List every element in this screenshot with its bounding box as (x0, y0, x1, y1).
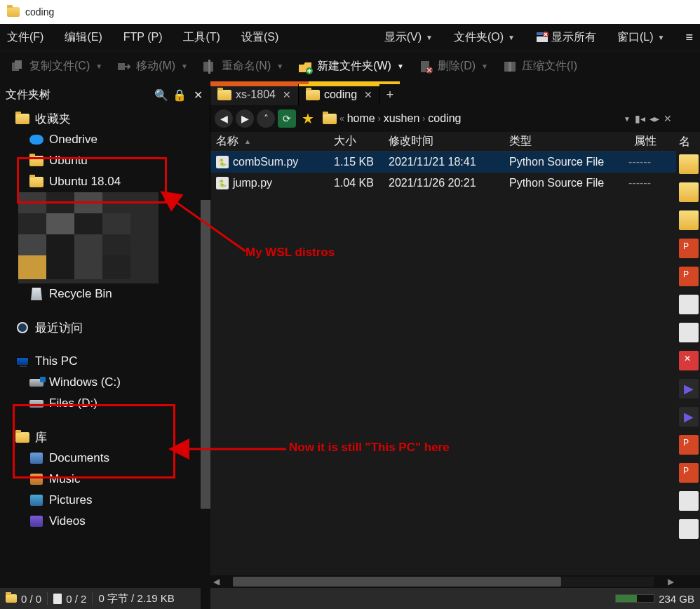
doc-file-icon[interactable] (679, 519, 699, 539)
folder-tree-panel: 文件夹树 🔍 🔒 ✕ 收藏夹 Onedrive Ubuntu Ubuntu 18… (0, 84, 210, 588)
path-dropdown-icon[interactable]: ▼ (624, 115, 631, 123)
refresh-button[interactable]: ⟳ (278, 109, 296, 128)
sidebar-scrollbar[interactable] (201, 200, 210, 609)
close-path-icon[interactable]: ✕ (664, 113, 672, 124)
tree-lib-music[interactable]: Music (0, 469, 210, 490)
col-name[interactable]: 名称▲ (210, 134, 328, 149)
rename-icon (202, 59, 217, 74)
video-file-icon[interactable]: ▶ (679, 379, 699, 399)
archive-icon (502, 59, 518, 74)
folder-icon (306, 90, 320, 100)
new-folder-icon (297, 59, 313, 74)
window-title: coding (25, 6, 54, 18)
doc-file-icon[interactable] (679, 323, 699, 342)
close-icon[interactable]: ✕ (191, 88, 204, 101)
menu-ftp[interactable]: FTP (P) (119, 28, 167, 46)
menu-edit[interactable]: 编辑(E) (60, 27, 106, 48)
folder-icon (15, 114, 29, 124)
video-file-icon[interactable]: ▶ (679, 407, 699, 427)
window-titlebar: coding (0, 0, 700, 24)
new-folder-button[interactable]: 新建文件夹(W)▼ (293, 56, 408, 77)
copy-button[interactable]: 复制文件(C)▼ (6, 56, 107, 77)
status-bar: 0 / 0 0 / 2 0 字节 / 2.19 KB 234 GB (0, 588, 700, 609)
tree-onedrive[interactable]: Onedrive (0, 129, 210, 150)
doc-file-icon[interactable] (679, 491, 699, 511)
delete-button[interactable]: 删除(D)▼ (414, 56, 492, 77)
svg-rect-12 (509, 62, 511, 72)
menu-overflow-icon[interactable]: ≡ (681, 27, 697, 48)
folder-icon[interactable] (679, 182, 699, 202)
folder-icon (29, 177, 43, 187)
folder-icon[interactable] (679, 154, 699, 174)
col-attr[interactable]: 属性 (623, 134, 662, 149)
folder-icon (217, 90, 231, 100)
xls-file-icon[interactable] (679, 351, 699, 370)
pack-button[interactable]: 压缩文件(I) (498, 56, 581, 77)
menu-showall[interactable]: 显示所有 (532, 27, 600, 48)
file-row[interactable]: 🐍jump.py 1.04 KB 2021/11/26 20:21 Python… (210, 173, 676, 194)
music-icon (30, 474, 43, 485)
horizontal-scrollbar[interactable]: ◀▶ (210, 575, 676, 588)
tree-lib-documents[interactable]: Documents (0, 448, 210, 469)
tab-coding[interactable]: coding ✕ (299, 84, 380, 105)
breadcrumb[interactable]: « home › xushen › coding (320, 109, 621, 128)
delete-icon (418, 59, 433, 74)
ppt-file-icon[interactable] (679, 463, 699, 483)
tab-xs1804[interactable]: xs-1804 ✕ (210, 84, 299, 105)
col-size[interactable]: 大小 (328, 134, 383, 149)
add-tab-button[interactable]: + (380, 84, 400, 105)
col-date[interactable]: 修改时间 (383, 134, 504, 149)
col-type[interactable]: 类型 (504, 134, 623, 149)
crumb-xushen[interactable]: xushen (384, 112, 420, 125)
tree-ubuntu1804[interactable]: Ubuntu 18.04 (0, 171, 210, 192)
nav-back-button[interactable]: ◀ (215, 109, 233, 128)
this-pc-icon (16, 357, 29, 366)
crumb-home[interactable]: home (347, 112, 375, 125)
doc-file-icon[interactable] (679, 295, 699, 314)
right-pane-strip: 名 ▶ ▶ (676, 84, 700, 588)
tree-lib-videos[interactable]: Videos (0, 511, 210, 532)
menu-window[interactable]: 窗口(L)▼ (613, 27, 668, 48)
favorite-button[interactable]: ★ (299, 109, 317, 128)
tree-ubuntu[interactable]: Ubuntu (0, 150, 210, 171)
search-icon[interactable]: 🔍 (155, 88, 168, 101)
file-icon (53, 594, 62, 604)
nav-next-icon[interactable]: ◂▸ (649, 113, 659, 124)
tree-lib-pictures[interactable]: Pictures (0, 490, 210, 511)
tree-recent[interactable]: 最近访问 (0, 317, 210, 338)
folder-icon[interactable] (679, 210, 699, 230)
ppt-file-icon[interactable] (679, 435, 699, 455)
folder-tree-title: 文件夹树 (6, 88, 51, 102)
tree-drive-c[interactable]: Windows (C:) (0, 372, 210, 393)
tree-drive-d[interactable]: Files (D:) (0, 393, 210, 414)
move-button[interactable]: 移动(M)▼ (112, 56, 192, 77)
pictures-icon (30, 495, 43, 506)
close-icon[interactable]: ✕ (364, 89, 372, 100)
menu-folder[interactable]: 文件夹(O)▼ (450, 27, 519, 48)
nav-forward-button[interactable]: ▶ (236, 109, 254, 128)
ppt-file-icon[interactable] (679, 267, 699, 286)
videos-icon (30, 516, 43, 527)
nav-prev-icon[interactable]: ▮◂ (635, 113, 645, 124)
drive-icon (29, 379, 43, 387)
menu-settings[interactable]: 设置(S) (237, 27, 283, 48)
menu-file[interactable]: 文件(F) (3, 27, 48, 48)
menu-tools[interactable]: 工具(T) (179, 27, 224, 48)
tree-recycle-bin[interactable]: Recycle Bin (0, 283, 210, 304)
lock-icon[interactable]: 🔒 (173, 88, 186, 101)
close-icon[interactable]: ✕ (283, 89, 291, 100)
strip-header[interactable]: 名 (676, 132, 700, 152)
rename-button[interactable]: 重命名(N)▼ (198, 56, 288, 77)
tree-favorites[interactable]: 收藏夹 (0, 108, 210, 129)
folder-icon (7, 7, 20, 17)
crumb-coding[interactable]: coding (428, 112, 461, 125)
ppt-file-icon[interactable] (679, 239, 699, 258)
nav-up-button[interactable]: ˄ (257, 109, 275, 128)
menu-view[interactable]: 显示(V)▼ (380, 27, 437, 48)
folder-icon (29, 156, 43, 166)
file-row[interactable]: 🐍combSum.py 1.15 KB 2021/11/21 18:41 Pyt… (210, 152, 676, 173)
move-icon (116, 59, 132, 74)
toolbar: 复制文件(C)▼ 移动(M)▼ 重命名(N)▼ 新建文件夹(W)▼ 删除(D)▼… (0, 51, 700, 81)
tree-this-pc[interactable]: This PC (0, 351, 210, 372)
tree-libraries[interactable]: 库 (0, 427, 210, 448)
